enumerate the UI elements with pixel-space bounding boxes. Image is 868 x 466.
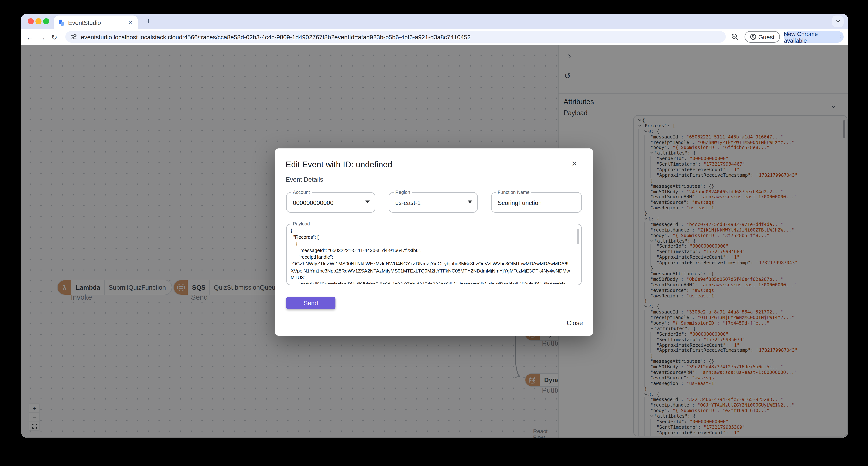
region-select[interactable]: Region us-east-1 [389, 192, 478, 213]
address-bar[interactable]: eventstudio.localhost.localstack.cloud:4… [65, 31, 726, 42]
tab-close-icon[interactable]: ✕ [127, 19, 133, 26]
screenshot-stage: EventStudio ✕ + ← → ↻ eventstudio.localh… [0, 0, 868, 466]
kebab-menu-icon[interactable]: ⋮ [838, 34, 844, 40]
payload-field-label: Payload [291, 222, 311, 227]
modal-title: Edit Event with ID: undefined [286, 159, 392, 169]
eventstudio-favicon [58, 19, 65, 26]
guest-profile-button[interactable]: Guest [745, 31, 780, 42]
forward-button[interactable]: → [36, 33, 48, 41]
tab-strip: EventStudio ✕ + [21, 14, 848, 29]
tab-title: EventStudio [68, 19, 127, 26]
window-close-button[interactable] [28, 18, 34, 24]
reload-button[interactable]: ↻ [48, 33, 60, 41]
window-minimize-button[interactable] [35, 18, 41, 24]
guest-label: Guest [758, 34, 774, 40]
zoom-out-icon[interactable] [731, 33, 739, 40]
modal-subtitle: Event Details [286, 176, 323, 183]
back-button[interactable]: ← [24, 33, 36, 41]
page-content: λ Lambda SubmitQuizFunction → SQS [21, 45, 848, 438]
new-tab-button[interactable]: + [144, 17, 153, 26]
scrollbar-thumb[interactable] [577, 229, 579, 244]
send-button[interactable]: Send [286, 297, 336, 309]
browser-window: EventStudio ✕ + ← → ↻ eventstudio.localh… [21, 14, 848, 438]
payload-textarea[interactable]: Payload { "Records": [ { "messageId": "6… [286, 224, 582, 285]
function-name-value: ScoringFunction [498, 193, 542, 212]
window-zoom-button[interactable] [43, 18, 49, 24]
payload-text[interactable]: { "Records": [ { "messageId": "65032221-… [291, 227, 574, 284]
modal-close-icon[interactable]: ✕ [571, 159, 578, 168]
site-info-icon[interactable] [71, 34, 77, 40]
account-value: 000000000000 [293, 193, 334, 212]
chrome-update-button[interactable]: New Chrome available ⋮ [784, 31, 844, 42]
tab-eventstudio[interactable]: EventStudio ✕ [54, 16, 138, 29]
edit-event-modal: Edit Event with ID: undefined ✕ Event De… [275, 148, 593, 336]
chevron-down-icon [836, 19, 840, 23]
dropdown-arrow-icon [468, 201, 472, 203]
close-button[interactable]: Close [567, 320, 583, 326]
avatar-icon [750, 34, 756, 40]
url-text: eventstudio.localhost.localstack.cloud:4… [81, 34, 471, 40]
tab-search-button[interactable] [832, 16, 844, 27]
function-name-field[interactable]: Function Name ScoringFunction [491, 192, 582, 213]
region-value: us-east-1 [395, 193, 421, 212]
dropdown-arrow-icon [365, 201, 370, 203]
chrome-update-label: New Chrome available [784, 30, 836, 43]
account-select[interactable]: Account 000000000000 [286, 192, 375, 213]
browser-toolbar: ← → ↻ eventstudio.localhost.localstack.c… [21, 29, 848, 45]
